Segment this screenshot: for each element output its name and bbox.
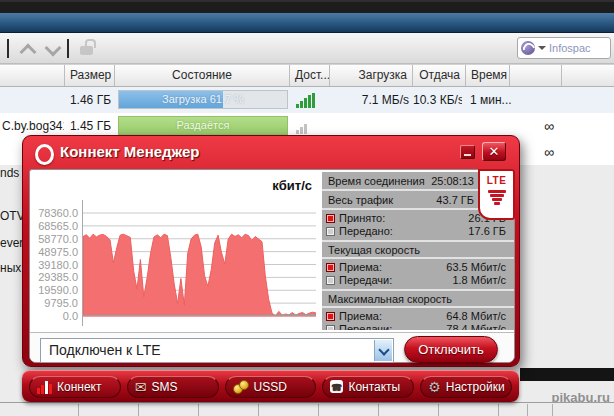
move-down-icon[interactable]: [45, 40, 62, 57]
total-traffic-value: 43.7 ГБ: [436, 194, 474, 206]
max-tx-label: Передачи:: [339, 323, 434, 330]
chart-plot-area: [82, 200, 316, 326]
y-tick-label: 9795.0: [34, 297, 78, 309]
eta-value: ∞: [544, 113, 574, 139]
window-top-bar: [0, 0, 614, 13]
y-tick-label: 48975.0: [34, 246, 78, 258]
column-availability[interactable]: Дост...: [290, 65, 330, 86]
progress-bar: Загрузка 61.7 %: [118, 90, 288, 109]
tab-settings[interactable]: ⚙ Настройки: [420, 376, 512, 398]
status-bar: [520, 368, 614, 381]
y-tick-label: 29385.0: [34, 271, 78, 283]
sent-legend-icon: [326, 227, 335, 236]
network-type-label: LTE: [480, 175, 513, 186]
toolbar-separator: [67, 39, 69, 58]
speed-chart: кбит/с 78360.068565.058770.048975.039180…: [32, 176, 320, 328]
disconnect-button[interactable]: Отключить: [404, 336, 498, 363]
y-tick-label: 39180.0: [34, 259, 78, 271]
search-box[interactable]: Infospac: [517, 37, 611, 59]
eta-value: ∞: [544, 139, 574, 165]
y-tick-label: 19590.0: [34, 284, 78, 296]
total-traffic-label: Весь трафик: [328, 194, 393, 206]
details-pane-strip: [0, 402, 614, 416]
column-upload[interactable]: Отдача: [413, 65, 466, 86]
tab-connect[interactable]: Коннект: [29, 376, 121, 398]
received-label: Принято:: [339, 212, 434, 225]
column-extra[interactable]: [510, 65, 562, 86]
network-type-badge: LTE: [478, 169, 515, 220]
max-rx-label: Приема:: [339, 310, 434, 323]
chevron-down-icon: [378, 344, 389, 355]
progress-label: Загрузка 61.7 %: [119, 91, 287, 108]
received-legend-icon: [326, 214, 335, 223]
current-speed-group: Приема: 63.5 Мбит/с Передачи: 1.8 Мбит/с: [322, 259, 514, 291]
chevron-down-icon[interactable]: [538, 46, 546, 50]
eta-value: 1 мин...: [470, 87, 514, 113]
sent-value: 17.6 ГБ: [434, 225, 510, 238]
window-title-bar: [0, 13, 614, 33]
availability-signal-icon: [296, 119, 307, 134]
current-rx-value: 63.5 Мбит/с: [434, 261, 510, 274]
envelope-icon: ✉: [135, 380, 147, 394]
tab-label: USSD: [254, 380, 287, 394]
sent-label: Передано:: [339, 225, 434, 238]
signal-bars-icon: [37, 380, 52, 394]
torrent-name-fragment: ных: [0, 261, 21, 275]
current-tx-label: Передачи:: [339, 274, 434, 287]
upload-speed: 10.3 КБ/s: [413, 87, 462, 113]
max-tx-value: 78.4 Мбит/с: [434, 323, 510, 330]
connection-time-value: 25:08:13: [431, 175, 474, 187]
select-dropdown-button[interactable]: [374, 340, 392, 361]
dialog-footer: Подключен к LTE Отключить: [30, 332, 514, 362]
phone-icon: ☎: [330, 380, 343, 393]
torrent-name-fragment: ever: [0, 236, 23, 250]
max-rx-value: 64.8 Мбит/с: [434, 310, 510, 323]
tab-label: SMS: [152, 380, 178, 394]
progress-bar: Раздаётся: [118, 116, 288, 135]
tab-label: Контакты: [348, 380, 400, 394]
column-eta[interactable]: Время: [466, 65, 510, 86]
download-speed: 7.1 МБ/s: [330, 87, 409, 113]
table-row[interactable]: 1.46 ГБ Загрузка 61.7 % 7.1 МБ/s 10.3 КБ…: [0, 87, 614, 113]
gear-icon: ⚙: [428, 380, 441, 394]
column-status[interactable]: Состояние: [115, 65, 290, 86]
tx-legend-icon: [326, 325, 335, 330]
current-speed-header: Текущая скорость: [322, 242, 514, 259]
connection-time-label: Время соединения: [328, 175, 425, 187]
toolbar-separator: [7, 39, 9, 58]
dialog-body: кбит/с 78360.068565.058770.048975.039180…: [29, 169, 515, 363]
connection-select[interactable]: Подключен к LTE: [40, 338, 394, 363]
screen: Infospac Размер Состояние Дост... Загруз…: [0, 0, 614, 416]
tab-label: Коннект: [57, 380, 101, 394]
y-tick-label: 78360.0: [34, 207, 78, 219]
progress-label: Раздаётся: [119, 117, 287, 134]
torrent-name-fragment: nds: [0, 166, 19, 180]
bittorrent-logo-icon: [521, 41, 535, 55]
tab-sms[interactable]: ✉ SMS: [127, 376, 219, 398]
column-size[interactable]: Размер: [65, 65, 115, 86]
column-download[interactable]: Загрузка: [330, 65, 413, 86]
connection-select-value: Подключен к LTE: [49, 342, 161, 358]
search-engine-label: Infospac: [549, 42, 591, 54]
max-speed-header: Максимальная скорость: [322, 291, 514, 308]
column-name[interactable]: [0, 65, 65, 86]
minimize-button[interactable]: [460, 145, 475, 159]
tab-label: Настройки: [446, 380, 505, 394]
app-logo-icon: [35, 144, 54, 165]
y-tick-label: 0.0: [34, 310, 78, 322]
tx-legend-icon: [326, 276, 335, 285]
y-tick-label: 58770.0: [34, 233, 78, 245]
move-up-icon[interactable]: [20, 44, 37, 61]
torrent-size: 1.46 ГБ: [65, 87, 111, 113]
tab-ussd[interactable]: USSD: [225, 376, 317, 398]
coins-icon: [233, 380, 249, 394]
close-button[interactable]: ✕: [482, 142, 506, 161]
tab-bar: Коннект ✉ SMS USSD ☎ Контакты ⚙ Настройк…: [22, 370, 519, 402]
availability-signal-icon: [296, 93, 315, 108]
tab-contacts[interactable]: ☎ Контакты: [322, 376, 414, 398]
rx-legend-icon: [326, 263, 335, 272]
chart-unit-label: кбит/с: [272, 178, 312, 193]
connect-manager-window: Коннект Менеджер ✕ кбит/с 78360.068565.0…: [22, 135, 520, 367]
dialog-title: Коннект Менеджер: [60, 143, 200, 160]
unlock-icon[interactable]: [80, 46, 93, 55]
